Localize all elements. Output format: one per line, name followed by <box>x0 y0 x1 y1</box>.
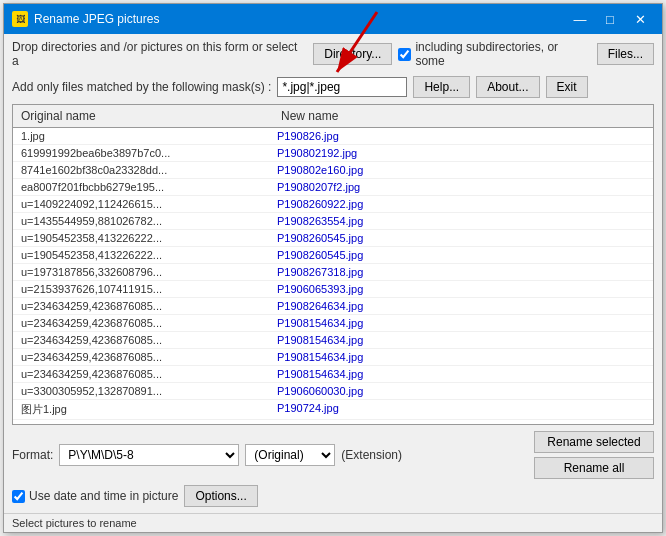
table-row[interactable]: 8741e1602bf38c0a23328dd... P190802e160.j… <box>13 162 653 179</box>
cell-new: P190826.jpg <box>273 129 649 143</box>
cell-original: u=1973187856,332608796... <box>17 265 273 279</box>
cell-new: P1908267318.jpg <box>273 265 649 279</box>
cell-new: P19080207f2.jpg <box>273 180 649 194</box>
table-row[interactable]: u=1905452358,413226222... P1908260545.jp… <box>13 230 653 247</box>
file-table-header: Original name New name <box>13 105 653 128</box>
toolbar-row1: Drop directories and /or pictures on thi… <box>4 34 662 74</box>
cell-new: P190802e160.jpg <box>273 163 649 177</box>
exit-button[interactable]: Exit <box>546 76 588 98</box>
cell-new: P1906060030.jpg <box>273 384 649 398</box>
minimize-button[interactable]: — <box>566 8 594 30</box>
cell-original: u=1409224092,112426615... <box>17 197 273 211</box>
cell-original: u=234634259,4236876085... <box>17 350 273 364</box>
datetime-label[interactable]: Use date and time in picture <box>12 489 178 503</box>
table-row[interactable]: u=1435544959,881026782... P1908263554.jp… <box>13 213 653 230</box>
format-label: Format: <box>12 448 53 462</box>
bottom-section: Format: P\Y\M\D\5-8 (Original) (Extensio… <box>4 425 662 513</box>
rename-all-button[interactable]: Rename all <box>534 457 654 479</box>
cell-new: P1908263554.jpg <box>273 214 649 228</box>
table-row[interactable]: u=234634259,4236876085... P1908264634.jp… <box>13 298 653 315</box>
mask-label: Add only files matched by the following … <box>12 80 271 94</box>
drop-label: Drop directories and /or pictures on thi… <box>12 40 307 68</box>
table-row[interactable]: u=234634259,4236876085... P1908154634.jp… <box>13 349 653 366</box>
bottom-row2: Use date and time in picture Options... <box>12 485 654 507</box>
mask-input[interactable] <box>277 77 407 97</box>
cell-new: P1908154634.jpg <box>273 367 649 381</box>
cell-original: 图片1.jpg <box>17 401 273 418</box>
table-row[interactable]: u=234634259,4236876085... P1908154634.jp… <box>13 332 653 349</box>
directory-button[interactable]: Directory... <box>313 43 392 65</box>
cell-new: P1908264634.jpg <box>273 299 649 313</box>
table-row[interactable]: 图片1.jpg P190724.jpg <box>13 400 653 420</box>
subdirectories-checkbox[interactable] <box>398 48 411 61</box>
table-row[interactable]: u=1973187856,332608796... P1908267318.jp… <box>13 264 653 281</box>
cell-new: P1908154634.jpg <box>273 316 649 330</box>
file-table: Original name New name 1.jpg P190826.jpg… <box>12 104 654 425</box>
cell-new: P190802192.jpg <box>273 146 649 160</box>
close-button[interactable]: ✕ <box>626 8 654 30</box>
window-title: Rename JPEG pictures <box>34 12 566 26</box>
cell-new: P1906065393.jpg <box>273 282 649 296</box>
cell-new: P1908154634.jpg <box>273 350 649 364</box>
cell-original: u=234634259,4236876085... <box>17 316 273 330</box>
table-row[interactable]: u=234634259,4236876085... P1908154634.jp… <box>13 315 653 332</box>
cell-original: 1.jpg <box>17 129 273 143</box>
cell-original: u=1905452358,413226222... <box>17 248 273 262</box>
table-row[interactable]: 619991992bea6be3897b7c0... P190802192.jp… <box>13 145 653 162</box>
cell-original: 619991992bea6be3897b7c0... <box>17 146 273 160</box>
cell-new: P1908260545.jpg <box>273 248 649 262</box>
table-row[interactable]: 1.jpg P190826.jpg <box>13 128 653 145</box>
table-row[interactable]: u=2153937626,107411915... P1906065393.jp… <box>13 281 653 298</box>
header-original: Original name <box>17 107 277 125</box>
main-window: 🖼 Rename JPEG pictures — □ ✕ Drop direct… <box>3 3 663 533</box>
about-button[interactable]: About... <box>476 76 539 98</box>
cell-new: P1908154634.jpg <box>273 333 649 347</box>
maximize-button[interactable]: □ <box>596 8 624 30</box>
cell-original: 8741e1602bf38c0a23328dd... <box>17 163 273 177</box>
file-table-body: 1.jpg P190826.jpg 619991992bea6be3897b7c… <box>13 128 653 424</box>
table-row[interactable]: ea8007f201fbcbb6279e195... P19080207f2.j… <box>13 179 653 196</box>
cell-new: P1908260545.jpg <box>273 231 649 245</box>
files-button[interactable]: Files... <box>597 43 654 65</box>
cell-original: u=2153937626,107411915... <box>17 282 273 296</box>
toolbar-row2: Add only files matched by the following … <box>4 74 662 104</box>
status-bar: Select pictures to rename <box>4 513 662 532</box>
extension-label: (Extension) <box>341 448 402 462</box>
cell-original: u=1905452358,413226222... <box>17 231 273 245</box>
cell-original: u=234634259,4236876085... <box>17 299 273 313</box>
use-datetime-checkbox[interactable] <box>12 490 25 503</box>
subdirectories-label[interactable]: including subdirectories, or some <box>398 40 590 68</box>
help-button[interactable]: Help... <box>413 76 470 98</box>
title-controls: — □ ✕ <box>566 8 654 30</box>
cell-new: P190724.jpg <box>273 401 649 418</box>
options-button[interactable]: Options... <box>184 485 257 507</box>
status-text: Select pictures to rename <box>12 517 137 529</box>
cell-original: ea8007f201fbcbb6279e195... <box>17 180 273 194</box>
rename-selected-button[interactable]: Rename selected <box>534 431 654 453</box>
window-icon: 🖼 <box>12 11 28 27</box>
header-new: New name <box>277 107 649 125</box>
table-row[interactable]: u=3300305952,132870891... P1906060030.jp… <box>13 383 653 400</box>
cell-original: u=234634259,4236876085... <box>17 333 273 347</box>
original-select[interactable]: (Original) <box>245 444 335 466</box>
cell-original: u=3300305952,132870891... <box>17 384 273 398</box>
format-select[interactable]: P\Y\M\D\5-8 <box>59 444 239 466</box>
format-row: Format: P\Y\M\D\5-8 (Original) (Extensio… <box>12 431 654 479</box>
title-bar: 🖼 Rename JPEG pictures — □ ✕ <box>4 4 662 34</box>
cell-new: P1908260922.jpg <box>273 197 649 211</box>
table-row[interactable]: u=1905452358,413226222... P1908260545.jp… <box>13 247 653 264</box>
content-area: Original name New name 1.jpg P190826.jpg… <box>4 104 662 425</box>
table-row[interactable]: u=1409224092,112426615... P1908260922.jp… <box>13 196 653 213</box>
cell-original: u=234634259,4236876085... <box>17 367 273 381</box>
table-row[interactable]: u=234634259,4236876085... P1908154634.jp… <box>13 366 653 383</box>
cell-original: u=1435544959,881026782... <box>17 214 273 228</box>
